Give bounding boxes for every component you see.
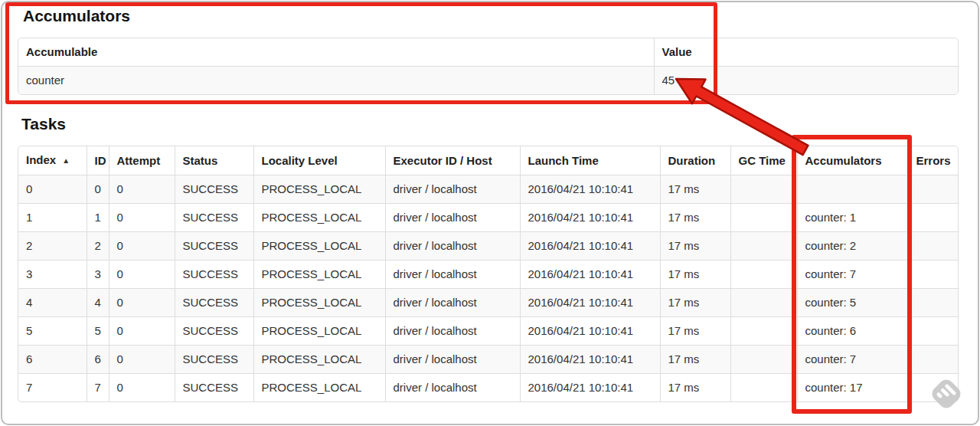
accumulators-table: Accumulable Value counter 45: [18, 38, 959, 95]
task-cell-index: 3: [18, 261, 87, 289]
task-cell-locality-level: PROCESS_LOCAL: [253, 232, 385, 261]
gc-time-column-header[interactable]: GC Time: [730, 146, 797, 175]
task-cell-errors: [908, 175, 959, 204]
task-cell-index: 2: [18, 232, 87, 261]
task-cell-gc-time: [730, 374, 797, 402]
task-row: 660SUCCESSPROCESS_LOCALdriver / localhos…: [18, 346, 959, 374]
executor-id-host-column-header[interactable]: Executor ID / Host: [385, 146, 520, 175]
task-cell-id: 5: [87, 317, 109, 346]
task-cell-accumulators: [797, 175, 908, 204]
task-cell-executor-id-host: driver / localhost: [385, 204, 520, 232]
task-cell-status: SUCCESS: [175, 232, 253, 261]
task-cell-status: SUCCESS: [175, 317, 253, 346]
task-cell-locality-level: PROCESS_LOCAL: [253, 175, 385, 204]
task-cell-duration: 17 ms: [660, 204, 730, 232]
task-cell-gc-time: [730, 204, 797, 232]
task-cell-locality-level: PROCESS_LOCAL: [253, 204, 385, 232]
task-row: 330SUCCESSPROCESS_LOCALdriver / localhos…: [18, 261, 959, 289]
task-cell-status: SUCCESS: [175, 346, 253, 374]
task-cell-errors: [908, 261, 959, 289]
accumulators-section-title: Accumulators: [23, 7, 130, 25]
task-cell-status: SUCCESS: [175, 261, 253, 289]
task-cell-attempt: 0: [109, 317, 175, 346]
attempt-column-header[interactable]: Attempt: [109, 146, 175, 175]
task-cell-errors: [908, 204, 959, 232]
task-cell-executor-id-host: driver / localhost: [385, 346, 520, 374]
task-cell-executor-id-host: driver / localhost: [385, 317, 520, 346]
task-cell-attempt: 0: [109, 289, 175, 317]
task-cell-attempt: 0: [109, 346, 175, 374]
task-cell-status: SUCCESS: [175, 204, 253, 232]
task-cell-gc-time: [730, 232, 797, 261]
task-cell-attempt: 0: [109, 374, 175, 402]
task-cell-index: 1: [18, 204, 87, 232]
task-cell-duration: 17 ms: [660, 175, 730, 204]
task-cell-duration: 17 ms: [660, 289, 730, 317]
task-cell-launch-time: 2016/04/21 10:10:41: [520, 289, 660, 317]
task-cell-executor-id-host: driver / localhost: [385, 261, 520, 289]
index-header-label: Index: [26, 153, 56, 166]
launch-time-column-header[interactable]: Launch Time: [520, 146, 660, 175]
tasks-section-title: Tasks: [21, 115, 66, 133]
task-cell-locality-level: PROCESS_LOCAL: [253, 317, 385, 346]
accumulator-row: counter 45: [18, 67, 959, 95]
task-cell-id: 7: [87, 374, 109, 402]
task-cell-index: 7: [18, 374, 87, 402]
task-cell-errors: [908, 289, 959, 317]
task-cell-index: 6: [18, 346, 87, 374]
task-row: 550SUCCESSPROCESS_LOCALdriver / localhos…: [18, 317, 959, 346]
task-cell-index: 5: [18, 317, 87, 346]
task-cell-attempt: 0: [109, 261, 175, 289]
value-column-header[interactable]: Value: [654, 38, 959, 67]
index-column-header[interactable]: Index▲: [18, 146, 87, 175]
accumulable-value-cell: 45: [654, 67, 959, 95]
task-cell-locality-level: PROCESS_LOCAL: [253, 289, 385, 317]
task-cell-id: 1: [87, 204, 109, 232]
task-cell-duration: 17 ms: [660, 317, 730, 346]
accumulators-column-header[interactable]: Accumulators: [797, 146, 908, 175]
task-row: 000SUCCESSPROCESS_LOCALdriver / localhos…: [18, 175, 959, 204]
accumulable-name-cell: counter: [18, 67, 654, 95]
duration-column-header[interactable]: Duration: [660, 146, 730, 175]
task-cell-accumulators: counter: 17: [797, 374, 908, 402]
accumulable-column-header[interactable]: Accumulable: [18, 38, 654, 67]
task-cell-errors: [908, 317, 959, 346]
status-column-header[interactable]: Status: [175, 146, 253, 175]
task-row: 770SUCCESSPROCESS_LOCALdriver / localhos…: [18, 374, 959, 402]
errors-column-header[interactable]: Errors: [908, 146, 959, 175]
task-cell-index: 4: [18, 289, 87, 317]
task-cell-executor-id-host: driver / localhost: [385, 232, 520, 261]
task-cell-launch-time: 2016/04/21 10:10:41: [520, 175, 660, 204]
skitch-watermark-icon: [928, 375, 965, 412]
task-cell-locality-level: PROCESS_LOCAL: [253, 374, 385, 402]
id-column-header[interactable]: ID: [87, 146, 109, 175]
task-cell-locality-level: PROCESS_LOCAL: [253, 261, 385, 289]
task-cell-id: 3: [87, 261, 109, 289]
tasks-header-row: Index▲ ID Attempt Status Locality Level …: [18, 146, 959, 175]
task-cell-accumulators: counter: 2: [797, 232, 908, 261]
task-cell-launch-time: 2016/04/21 10:10:41: [520, 374, 660, 402]
task-cell-executor-id-host: driver / localhost: [385, 175, 520, 204]
task-cell-gc-time: [730, 175, 797, 204]
task-cell-id: 4: [87, 289, 109, 317]
task-cell-status: SUCCESS: [175, 175, 253, 204]
task-cell-errors: [908, 232, 959, 261]
task-cell-accumulators: counter: 7: [797, 261, 908, 289]
task-cell-attempt: 0: [109, 204, 175, 232]
task-cell-launch-time: 2016/04/21 10:10:41: [520, 204, 660, 232]
task-cell-id: 6: [87, 346, 109, 374]
task-cell-accumulators: counter: 6: [797, 317, 908, 346]
task-cell-status: SUCCESS: [175, 289, 253, 317]
task-cell-index: 0: [18, 175, 87, 204]
task-row: 110SUCCESSPROCESS_LOCALdriver / localhos…: [18, 204, 959, 232]
task-cell-id: 2: [87, 232, 109, 261]
task-cell-executor-id-host: driver / localhost: [385, 289, 520, 317]
task-cell-launch-time: 2016/04/21 10:10:41: [520, 232, 660, 261]
sort-ascending-icon: ▲: [62, 156, 70, 165]
task-cell-duration: 17 ms: [660, 374, 730, 402]
task-cell-attempt: 0: [109, 232, 175, 261]
task-cell-gc-time: [730, 289, 797, 317]
task-cell-gc-time: [730, 261, 797, 289]
locality-level-column-header[interactable]: Locality Level: [253, 146, 385, 175]
task-cell-id: 0: [87, 175, 109, 204]
